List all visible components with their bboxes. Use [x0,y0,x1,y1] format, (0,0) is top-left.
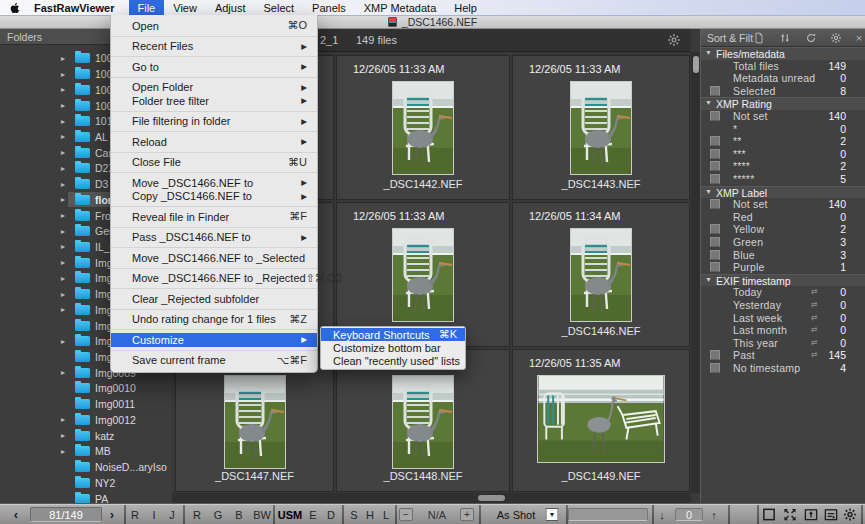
thumb-cell[interactable]: 12/26/05 11:35 AM_DSC1449.NEF [513,350,689,491]
frame-icon[interactable] [762,507,777,522]
thumb-cell[interactable]: 12/26/05 11:34 AM_DSC1446.NEF [513,203,689,346]
menubar-item-file[interactable]: File [129,0,165,15]
refresh-icon[interactable] [805,32,817,44]
browser-gear-icon[interactable] [667,33,681,47]
next-file-button[interactable]: › [110,504,114,524]
toolbar-toggle-h[interactable]: H [366,504,374,524]
collapse-triangle-icon[interactable]: ▼ [705,99,712,106]
filter-row[interactable]: Not set140 [701,198,865,211]
adjustments-icon[interactable] [824,507,839,522]
filter-row[interactable]: *****5 [701,173,865,186]
filter-checkbox[interactable] [710,363,720,373]
toolbar-toggle-r[interactable]: R [131,504,139,524]
menubar-item-xmp-metadata[interactable]: XMP Metadata [355,0,446,15]
filter-row[interactable]: Yesterday⇄0 [701,299,865,312]
disclosure-triangle-icon[interactable]: ▸ [61,51,65,66]
file-menu-item[interactable]: Customize▶ [111,333,317,347]
file-menu-item[interactable]: Save current frame⌥⌘F [111,354,317,368]
disclosure-triangle-icon[interactable]: ▸ [61,365,65,380]
filter-row[interactable]: Blue3 [701,249,865,262]
jump-up-arrow[interactable]: ↑ [711,504,717,524]
filter-section-header[interactable]: ▼EXIF timestamp [701,274,865,287]
grid-vertical-scrollbar[interactable] [691,52,700,493]
filter-row[interactable]: Red0 [701,211,865,224]
file-menu-item[interactable]: Open⌘O [111,19,317,33]
filter-checkbox[interactable] [710,250,720,260]
disclosure-triangle-icon[interactable]: ▸ [61,287,65,302]
toolbar-toggle-e[interactable]: E [309,504,316,524]
filter-row[interactable]: *0 [701,123,865,136]
thumb-cell[interactable]: 12/26/05 11:33 AM_DSC1442.NEF [337,56,509,199]
export-frame-icon[interactable] [804,507,819,522]
disclosure-triangle-icon[interactable]: ▸ [61,177,65,192]
disclosure-triangle-icon[interactable]: ▸ [61,208,65,223]
filter-row[interactable]: Last month⇄0 [701,324,865,337]
toolbar-toggle-s[interactable]: S [350,504,357,524]
sort-icon[interactable] [779,32,791,44]
filter-row[interactable]: Metadata unread0 [701,72,865,85]
disclosure-triangle-icon[interactable]: ▸ [61,67,65,82]
thumb-image[interactable] [571,82,631,174]
filter-row[interactable]: Yellow2 [701,223,865,236]
disclosure-triangle-icon[interactable]: ▸ [61,412,65,427]
folder-item-img0010[interactable]: Img0010 [0,381,172,397]
filter-checkbox[interactable] [710,149,720,159]
thumb-cell[interactable]: 12/26/05 11:33 AM_DSC1443.NEF [513,56,689,199]
file-menu-item[interactable]: Go to▶ [111,60,317,74]
jump-down-arrow[interactable]: ↓ [659,504,665,524]
disclosure-triangle-icon[interactable]: ▸ [61,239,65,254]
thumb-image[interactable] [225,376,285,468]
filter-row[interactable]: **2 [701,135,865,148]
filter-row[interactable]: Total files149 [701,60,865,73]
filter-row[interactable]: Today⇄0 [701,286,865,299]
filter-checkbox[interactable] [710,199,720,209]
menubar-item-select[interactable]: Select [254,0,303,15]
thumb-image[interactable] [393,82,453,174]
filter-section-header[interactable]: ▼Files/metadata [701,47,865,60]
filter-row[interactable]: Selected8 [701,85,865,98]
thumb-image[interactable] [393,229,453,321]
disclosure-triangle-icon[interactable]: ▸ [61,129,65,144]
collapse-triangle-icon[interactable]: ▼ [705,276,712,283]
gear-icon[interactable] [843,507,858,522]
file-menu-item[interactable]: Reveal file in Finder⌘F [111,210,317,224]
grid-horizontal-scrollbar[interactable] [172,493,691,503]
menubar-item-adjust[interactable]: Adjust [206,0,255,15]
disclosure-triangle-icon[interactable]: ▸ [61,145,65,160]
white-balance-dropdown[interactable]: ▾ [546,504,559,524]
filter-row[interactable]: ***0 [701,148,865,161]
menubar-item-view[interactable]: View [164,0,206,15]
disclosure-triangle-icon[interactable]: ▸ [61,428,65,443]
filter-checkbox[interactable] [710,174,720,184]
file-menu-item[interactable]: Reload▶ [111,135,317,149]
scrollbar-thumb[interactable] [693,56,699,73]
file-menu-item[interactable]: Close File⌘U [111,156,317,170]
filter-checkbox[interactable] [710,350,720,360]
file-menu-item[interactable]: File filtering in folder▶ [111,115,317,129]
collapse-triangle-icon[interactable]: ▼ [705,188,712,195]
filter-row[interactable]: Past⇄145 [701,349,865,362]
menubar-item-panels[interactable]: Panels [303,0,355,15]
collapse-triangle-icon[interactable]: ▼ [705,49,712,56]
disclosure-triangle-icon[interactable]: ▸ [61,444,65,459]
filter-checkbox[interactable] [710,262,720,272]
disclosure-triangle-icon[interactable]: ▸ [61,271,65,286]
folder-item-mb[interactable]: ▸MB [0,444,172,460]
file-menu-item[interactable]: Move _DSC1466.NEF to _Selected [111,251,317,265]
file-menu-item[interactable]: Open Folder▶ [111,81,317,95]
filter-checkbox[interactable] [710,111,720,121]
previous-file-button[interactable]: ‹ [14,504,18,524]
disclosure-triangle-icon[interactable]: ▸ [61,255,65,270]
app-name[interactable]: FastRawViewer [34,2,115,14]
file-menu-item[interactable]: Clear _Rejected subfolder [111,292,317,306]
gear-icon[interactable] [830,32,842,44]
disclosure-triangle-icon[interactable]: ▸ [61,192,65,207]
toolbar-toggle-l[interactable]: L [383,504,389,524]
file-menu-item[interactable]: Folder tree filter▶ [111,94,317,108]
filter-checkbox[interactable] [710,136,720,146]
increase-button[interactable]: + [460,504,474,524]
toolbar-toggle-i[interactable]: I [152,504,155,524]
toolbar-toggle-bw[interactable]: BW [253,504,271,524]
disclosure-triangle-icon[interactable]: ▸ [61,82,65,97]
disclosure-triangle-icon[interactable]: ▸ [61,161,65,176]
